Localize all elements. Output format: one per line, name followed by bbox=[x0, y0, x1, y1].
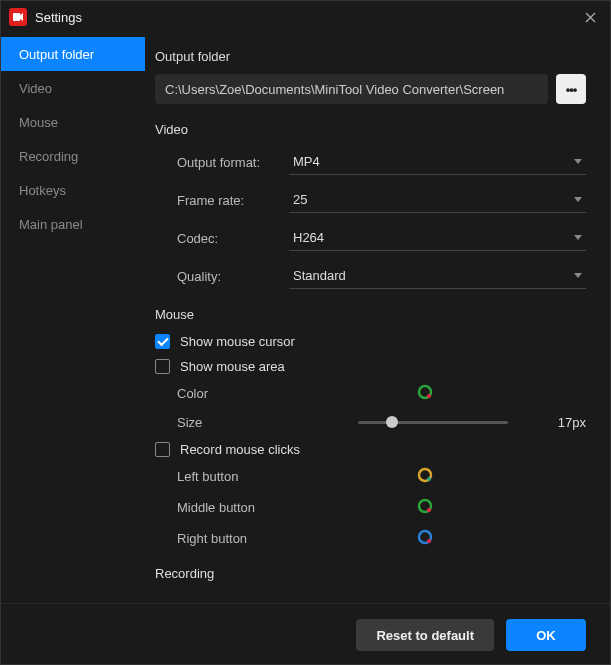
chevron-down-icon bbox=[574, 235, 582, 240]
mouse-section-title: Mouse bbox=[155, 307, 586, 322]
middle-color-icon[interactable] bbox=[417, 498, 433, 517]
size-slider[interactable] bbox=[358, 421, 508, 424]
output-path-field[interactable]: C:\Users\Zoe\Documents\MiniTool Video Co… bbox=[155, 74, 548, 104]
sidebar-item-video[interactable]: Video bbox=[1, 71, 145, 105]
record-clicks-checkbox[interactable] bbox=[155, 442, 170, 457]
sidebar: Output folder Video Mouse Recording Hotk… bbox=[1, 33, 145, 603]
quality-label: Quality: bbox=[177, 269, 289, 284]
chevron-down-icon bbox=[574, 159, 582, 164]
size-label: Size bbox=[177, 415, 317, 430]
svg-point-7 bbox=[427, 508, 431, 512]
svg-rect-0 bbox=[13, 13, 20, 21]
svg-marker-1 bbox=[20, 13, 23, 21]
sidebar-item-hotkeys[interactable]: Hotkeys bbox=[1, 173, 145, 207]
show-cursor-checkbox[interactable] bbox=[155, 334, 170, 349]
frame-rate-select[interactable]: 25 bbox=[289, 187, 586, 213]
sidebar-item-label: Video bbox=[19, 81, 52, 96]
right-color-icon[interactable] bbox=[417, 529, 433, 548]
svg-point-3 bbox=[427, 394, 431, 398]
slider-thumb[interactable] bbox=[386, 416, 398, 428]
reset-button[interactable]: Reset to default bbox=[356, 619, 494, 651]
close-button[interactable] bbox=[578, 5, 602, 29]
show-area-label: Show mouse area bbox=[180, 359, 285, 374]
sidebar-item-label: Output folder bbox=[19, 47, 94, 62]
sidebar-item-label: Hotkeys bbox=[19, 183, 66, 198]
record-clicks-label: Record mouse clicks bbox=[180, 442, 300, 457]
quality-select[interactable]: Standard bbox=[289, 263, 586, 289]
output-format-label: Output format: bbox=[177, 155, 289, 170]
svg-point-9 bbox=[427, 539, 431, 543]
footer: Reset to default OK bbox=[1, 603, 610, 665]
sidebar-item-label: Main panel bbox=[19, 217, 83, 232]
color-picker-icon[interactable] bbox=[417, 384, 433, 403]
codec-label: Codec: bbox=[177, 231, 289, 246]
browse-button[interactable]: ••• bbox=[556, 74, 586, 104]
ok-button[interactable]: OK bbox=[506, 619, 586, 651]
video-section-title: Video bbox=[155, 122, 586, 137]
titlebar: Settings bbox=[1, 1, 610, 33]
window-title: Settings bbox=[35, 10, 82, 25]
show-area-checkbox[interactable] bbox=[155, 359, 170, 374]
sidebar-item-recording[interactable]: Recording bbox=[1, 139, 145, 173]
left-color-icon[interactable] bbox=[417, 467, 433, 486]
sidebar-item-output-folder[interactable]: Output folder bbox=[1, 37, 145, 71]
sidebar-item-label: Recording bbox=[19, 149, 78, 164]
chevron-down-icon bbox=[574, 273, 582, 278]
area-color-label: Color bbox=[177, 386, 317, 401]
right-button-label: Right button bbox=[177, 531, 317, 546]
frame-rate-label: Frame rate: bbox=[177, 193, 289, 208]
size-value: 17px bbox=[526, 415, 586, 430]
left-button-label: Left button bbox=[177, 469, 317, 484]
output-folder-title: Output folder bbox=[155, 49, 586, 64]
app-icon bbox=[9, 8, 27, 26]
chevron-down-icon bbox=[574, 197, 582, 202]
sidebar-item-label: Mouse bbox=[19, 115, 58, 130]
show-cursor-label: Show mouse cursor bbox=[180, 334, 295, 349]
output-format-select[interactable]: MP4 bbox=[289, 149, 586, 175]
codec-select[interactable]: H264 bbox=[289, 225, 586, 251]
sidebar-item-main-panel[interactable]: Main panel bbox=[1, 207, 145, 241]
sidebar-item-mouse[interactable]: Mouse bbox=[1, 105, 145, 139]
main-panel: Output folder C:\Users\Zoe\Documents\Min… bbox=[145, 33, 610, 603]
recording-section-title: Recording bbox=[155, 566, 586, 581]
svg-point-5 bbox=[427, 477, 431, 481]
middle-button-label: Middle button bbox=[177, 500, 317, 515]
